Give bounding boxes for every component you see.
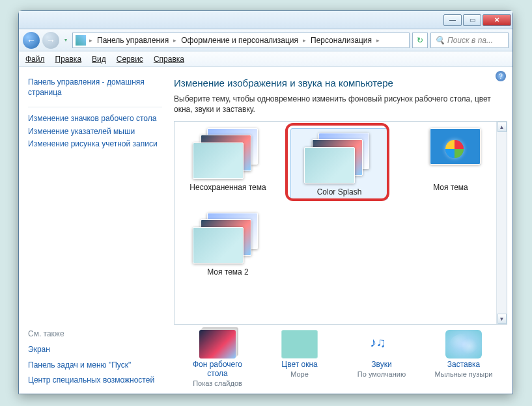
color-icon [281,330,318,359]
refresh-button[interactable]: ↻ [412,33,428,48]
maximize-button[interactable]: ▭ [463,14,481,26]
scroll-down-button[interactable]: ▼ [497,314,507,324]
menu-tools[interactable]: Сервис [117,55,143,64]
forward-button[interactable]: → [42,32,59,49]
property-tile-sound[interactable]: ЗвукиПо умолчанию [346,330,417,387]
page-description: Выберите тему, чтобы одновременно измени… [174,94,507,115]
menu-bar: Файл Правка Вид Сервис Справка [19,51,512,67]
theme-thumbnail [300,133,378,185]
theme-label: Моя тема 2 [182,267,273,277]
window-body: Панель управления - домашняя страница Из… [19,67,512,394]
theme-thumbnail [189,128,267,180]
property-name: Цвет окна [281,360,317,369]
property-value: Мыльные пузыри [434,370,492,378]
crumb-sep-icon: ▸ [87,37,94,44]
titlebar[interactable]: — ▭ ✕ [19,11,512,29]
property-tile-color[interactable]: Цвет окнаМоре [264,330,335,387]
control-panel-home-link[interactable]: Панель управления - домашняя страница [28,77,162,98]
crumb-sep-icon: ▸ [301,37,308,44]
sidebar-link-display[interactable]: Экран [28,345,162,355]
theme-label: Color Splash [294,187,385,196]
sidebar: Панель управления - домашняя страница Из… [19,67,162,394]
property-tile-bg[interactable]: Фон рабочего столаПоказ слайдов [182,330,253,387]
breadcrumb[interactable]: Панель управления [96,36,170,45]
menu-edit[interactable]: Правка [55,55,82,64]
sidebar-link-account-picture[interactable]: Изменение рисунка учетной записи [28,139,162,150]
control-panel-window: — ▭ ✕ ← → ▾ ▸ Панель управления ▸ Оформл… [18,10,513,394]
theme-item[interactable]: Несохраненная тема [182,128,273,200]
main-content: ? Изменение изображения и звука на компь… [162,67,512,394]
search-placeholder: Поиск в па... [447,36,493,45]
property-value: Море [290,370,309,378]
saver-icon [445,330,482,359]
property-name: Заставка [447,360,481,369]
sidebar-link-mouse-pointers[interactable]: Изменение указателей мыши [28,127,162,137]
page-title: Изменение изображения и звука на компьют… [174,77,507,88]
theme-list: Несохраненная темаColor SplashМоя темаМо… [174,121,507,325]
bg-icon [199,330,236,359]
menu-file[interactable]: Файл [25,55,45,64]
back-button[interactable]: ← [23,32,40,49]
property-value: По умолчанию [357,370,406,378]
theme-label: Моя тема [405,183,496,192]
nav-history-dropdown[interactable]: ▾ [62,33,70,48]
close-button[interactable]: ✕ [483,14,511,26]
theme-thumbnail [412,128,490,180]
sound-icon [363,330,400,359]
theme-label: Несохраненная тема [182,183,273,192]
navigation-bar: ← → ▾ ▸ Панель управления ▸ Оформление и… [19,29,512,51]
theme-item[interactable]: Моя тема [405,128,496,200]
help-icon[interactable]: ? [496,71,506,81]
see-also-heading: См. также [28,329,162,338]
search-icon: 🔍 [435,36,445,45]
theme-item[interactable]: Моя тема 2 [182,213,273,277]
scrollbar[interactable]: ▲ ▼ [496,122,507,324]
theme-item[interactable]: Color Splash [290,128,388,200]
address-bar[interactable]: ▸ Панель управления ▸ Оформление и персо… [72,33,410,48]
crumb-sep-icon: ▸ [374,37,382,44]
menu-help[interactable]: Справка [154,55,184,64]
sidebar-link-ease-of-access[interactable]: Центр специальных возможностей [28,375,162,386]
property-tile-saver[interactable]: ЗаставкаМыльные пузыри [428,330,499,387]
breadcrumb[interactable]: Оформление и персонализация [180,36,300,45]
property-value: Показ слайдов [193,379,242,387]
crumb-sep-icon: ▸ [171,37,178,44]
sidebar-link-taskbar[interactable]: Панель задач и меню "Пуск" [28,360,162,371]
menu-view[interactable]: Вид [92,55,106,64]
scroll-up-button[interactable]: ▲ [497,122,507,132]
search-input[interactable]: 🔍 Поиск в па... [430,33,509,48]
theme-thumbnail [189,213,267,265]
property-name: Звуки [371,360,391,369]
sidebar-link-desktop-icons[interactable]: Изменение значков рабочего стола [28,114,162,124]
breadcrumb[interactable]: Персонализация [309,36,373,45]
property-name: Фон рабочего стола [182,360,253,378]
theme-properties-row: Фон рабочего столаПоказ слайдовЦвет окна… [174,325,507,387]
minimize-button[interactable]: — [443,14,462,26]
personalization-icon [76,35,86,46]
